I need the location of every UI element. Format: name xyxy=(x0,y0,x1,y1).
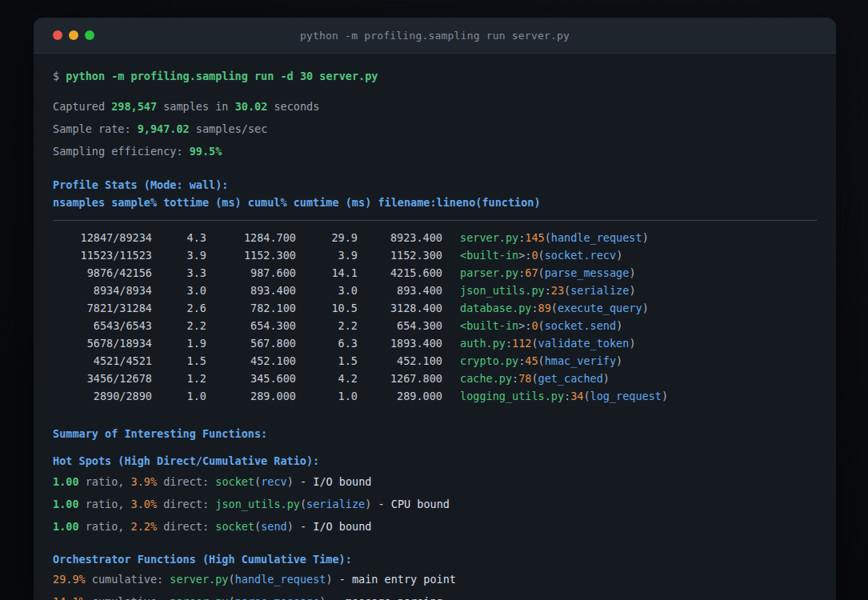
target-name: server.py xyxy=(170,573,228,586)
hotspot-item: 1.00 ratio, 2.2% direct: socket(send) - … xyxy=(53,518,817,535)
filename: parser.py xyxy=(460,266,518,279)
function-cell: json_utils.py:23(serialize) xyxy=(442,282,817,299)
sample-pct-cell: 1.9 xyxy=(152,334,206,352)
function-cell: <built-in>:0(socket.recv) xyxy=(442,246,817,264)
open-paren: ( xyxy=(551,302,558,314)
nsamples-cell: 9876/42156 xyxy=(53,264,152,282)
function-cell: <built-in>:0(socket.send) xyxy=(442,317,817,334)
efficiency-value: 99.5% xyxy=(190,145,222,158)
function-name: socket.send xyxy=(545,319,616,332)
profile-columns-header: nsamples sample% tottime (ms) cumul% cum… xyxy=(53,194,817,211)
cumul-pct-cell: 14.1 xyxy=(296,264,358,282)
colon-separator: : xyxy=(512,372,518,385)
close-paren: ) xyxy=(616,319,622,332)
function-name: hmac_verify xyxy=(545,354,616,367)
close-paren: ) xyxy=(319,595,326,600)
tottime-cell: 1284.700 xyxy=(206,229,296,246)
cumul-pct-cell: 3.0 xyxy=(296,282,358,299)
captured-mid-label: samples in xyxy=(163,100,228,113)
filename: database.py xyxy=(460,302,531,314)
bound-note: - CPU bound xyxy=(378,498,450,510)
close-paren: ) xyxy=(365,498,371,510)
sample-pct-cell: 1.5 xyxy=(152,352,206,370)
cumul-pct-cell: 6.3 xyxy=(296,334,358,352)
close-paren: ) xyxy=(287,520,294,533)
cumtime-cell: 893.400 xyxy=(358,282,442,299)
captured-label: Captured xyxy=(53,100,105,113)
cumtime-cell: 8923.400 xyxy=(358,229,442,246)
sample-pct-cell: 3.9 xyxy=(152,246,206,264)
function-name: recv xyxy=(261,475,287,488)
target-name: parser.py xyxy=(170,595,228,600)
close-button[interactable] xyxy=(53,30,62,40)
cumtime-cell: 1893.400 xyxy=(358,334,442,352)
cumulative-pct: 29.9% xyxy=(53,573,86,586)
profile-table-row: 2890/28901.0289.0001.0289.000logging_uti… xyxy=(53,387,817,405)
titlebar: python -m profiling.sampling run server.… xyxy=(34,18,836,54)
terminal-window: python -m profiling.sampling run server.… xyxy=(34,18,836,600)
cumulative-pct: 14.1% xyxy=(53,595,86,600)
function-cell: cache.py:78(get_cached) xyxy=(442,370,817,387)
target-name: socket xyxy=(215,475,254,488)
tottime-cell: 345.600 xyxy=(206,370,296,387)
open-paren: ( xyxy=(531,372,538,385)
minimize-button[interactable] xyxy=(69,30,78,40)
tottime-cell: 893.400 xyxy=(206,282,296,299)
cumul-pct-cell: 29.9 xyxy=(296,229,358,246)
cumulative-label: cumulative: xyxy=(92,595,163,600)
target-name: socket xyxy=(215,520,254,533)
target-name: json_utils.py xyxy=(215,498,300,510)
open-paren: ( xyxy=(583,390,590,402)
function-cell: auth.py:112(validate_token) xyxy=(442,334,817,352)
filename: logging_utils.py xyxy=(460,390,564,402)
sample-pct-cell: 2.6 xyxy=(152,299,206,317)
hotspot-item: 1.00 ratio, 3.9% direct: socket(recv) - … xyxy=(53,473,817,490)
close-paren: ) xyxy=(642,302,649,314)
ratio-value: 1.00 xyxy=(53,498,79,510)
open-paren: ( xyxy=(254,475,261,488)
profile-stats-heading: Profile Stats (Mode: wall): xyxy=(53,176,817,194)
close-paren: ) xyxy=(616,354,622,367)
function-cell: logging_utils.py:34(log_request) xyxy=(442,387,817,405)
tottime-cell: 654.300 xyxy=(206,317,296,334)
open-paren: ( xyxy=(564,284,570,297)
sample-pct-cell: 1.2 xyxy=(152,370,206,387)
seconds-label: seconds xyxy=(274,100,319,113)
command-text: python -m profiling.sampling run -d 30 s… xyxy=(66,70,378,82)
nsamples-cell: 6543/6543 xyxy=(53,317,152,334)
close-paren: ) xyxy=(629,266,635,279)
bound-note: - I/O bound xyxy=(300,520,371,533)
cumulative-label: cumulative: xyxy=(92,573,163,586)
hotspots-list: 1.00 ratio, 3.9% direct: socket(recv) - … xyxy=(53,473,817,535)
maximize-button[interactable] xyxy=(85,30,94,40)
table-divider xyxy=(53,220,817,221)
colon-separator: : xyxy=(545,284,551,297)
cumul-pct-cell: 1.0 xyxy=(296,387,358,405)
tottime-cell: 452.100 xyxy=(206,352,296,370)
profile-table-row: 5678/189341.9567.8006.31893.400auth.py:1… xyxy=(53,334,817,352)
rate-label: Sample rate: xyxy=(53,122,131,135)
sample-rate-line: Sample rate: 9,947.02 samples/sec xyxy=(53,120,817,138)
prompt-symbol: $ xyxy=(53,70,59,82)
rate-value: 9,947.02 xyxy=(138,122,190,135)
colon-separator: : xyxy=(564,390,570,402)
filename: crypto.py xyxy=(460,354,518,367)
profile-table-row: 12847/892344.31284.70029.98923.400server… xyxy=(53,229,817,246)
line-number: 45 xyxy=(525,354,538,367)
line-number: 67 xyxy=(525,266,538,279)
nsamples-cell: 8934/8934 xyxy=(53,282,152,299)
open-paren: ( xyxy=(300,498,306,510)
cumtime-cell: 3128.400 xyxy=(358,299,442,317)
nsamples-cell: 3456/12678 xyxy=(53,370,152,387)
filename: server.py xyxy=(460,231,518,244)
orchestrators-list: 29.9% cumulative: server.py(handle_reque… xyxy=(53,570,817,600)
filename: json_utils.py xyxy=(460,284,545,297)
duration-value: 30.02 xyxy=(235,100,268,113)
role-note: - main entry point xyxy=(339,573,456,586)
close-paren: ) xyxy=(603,372,610,385)
orchestrator-item: 29.9% cumulative: server.py(handle_reque… xyxy=(53,570,817,588)
function-name: execute_query xyxy=(558,302,642,314)
profile-table-row: 8934/89343.0893.4003.0893.400json_utils.… xyxy=(53,282,817,299)
line-number: 0 xyxy=(531,319,538,332)
nsamples-cell: 2890/2890 xyxy=(53,387,152,405)
